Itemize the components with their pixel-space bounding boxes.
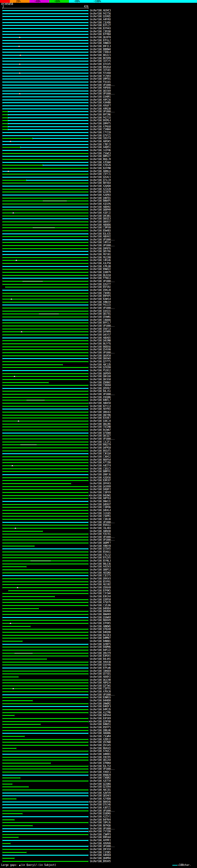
alignment-bar[interactable] xyxy=(2,55,88,56)
hit-label[interactable]: UniRef100_C3ZLB6 xyxy=(90,604,110,607)
hit-row[interactable]: UniRef100_B3S9E7 xyxy=(0,416,197,420)
hit-row[interactable]: UniRef100_Q7PXK5 xyxy=(0,622,197,625)
alignment-bar[interactable] xyxy=(2,79,88,80)
alignment-bar[interactable] xyxy=(2,474,88,475)
hit-row[interactable]: UniRef100_B4FRV4 xyxy=(0,818,197,821)
alignment-bar[interactable] xyxy=(2,727,88,728)
hit-label[interactable]: UniRef100_Q5TSD1 xyxy=(90,673,110,675)
hit-row[interactable]: UniRef100_Q54S90 xyxy=(0,348,197,351)
hit-label[interactable]: UniRef100_A9PC56 xyxy=(90,98,110,101)
hit-label[interactable]: UniRef100_B4PXA4 xyxy=(90,714,110,717)
hit-row[interactable]: UniRef100_Q7ZVX5 xyxy=(0,548,197,550)
hit-row[interactable]: UniRef100_Q84M94 xyxy=(0,857,197,860)
alignment-bar[interactable] xyxy=(2,599,88,600)
alignment-bar[interactable] xyxy=(2,548,88,549)
hit-row[interactable]: UniRef100_B2Y113 xyxy=(0,405,197,408)
hit-label[interactable]: UniRef100_C0H6E8 xyxy=(90,670,110,673)
hit-label[interactable]: UniRef100_Q84M94 xyxy=(90,857,110,860)
hit-row[interactable]: UniRef100_UP1000... xyxy=(0,238,197,241)
hit-row[interactable]: UniRef100_Q95P67 xyxy=(0,387,197,390)
alignment-bar[interactable] xyxy=(2,191,88,192)
alignment-bar[interactable] xyxy=(2,355,88,356)
hit-row[interactable]: UniRef100_B9SVV5 xyxy=(0,860,197,863)
alignment-bar[interactable] xyxy=(2,849,88,850)
alignment-bar[interactable] xyxy=(2,593,88,594)
hit-row[interactable]: UniRef100_A2Y8D0 xyxy=(0,798,197,800)
hit-row[interactable]: UniRef100_B7G2V5 xyxy=(0,556,197,559)
hit-label[interactable]: UniRef100_B7PLW6 xyxy=(90,666,110,670)
hit-label[interactable]: UniRef100_B9YCL7 xyxy=(90,321,110,324)
hit-label[interactable]: UniRef100_B0Y464 xyxy=(90,182,110,184)
hit-label[interactable]: UniRef100_A9NU19 xyxy=(90,301,110,304)
alignment-bar[interactable] xyxy=(2,831,88,832)
alignment-bar[interactable] xyxy=(2,822,88,823)
alignment-bar[interactable] xyxy=(2,680,88,680)
hit-label[interactable]: UniRef100_Q43999 xyxy=(90,485,110,488)
alignment-bar[interactable] xyxy=(2,358,88,359)
hit-row[interactable]: UniRef100_B4MCZ6 xyxy=(0,708,197,711)
hit-row[interactable]: UniRef100_A9V430 xyxy=(0,661,197,663)
hit-row[interactable]: UniRef100_A2I420 xyxy=(0,188,197,191)
hit-label[interactable]: UniRef100_C4R514 xyxy=(90,241,110,244)
alignment-bar[interactable] xyxy=(2,245,88,246)
hit-row[interactable]: UniRef100_Q00P13 xyxy=(0,568,197,571)
hit-row[interactable]: UniRef100_A0D4V2 xyxy=(0,235,197,238)
hit-label[interactable]: UniRef100_B5YP91 xyxy=(90,581,110,583)
hit-row[interactable]: UniRef100_C5LWR4 xyxy=(0,735,197,738)
alignment-bar[interactable] xyxy=(2,480,88,481)
hit-row[interactable]: UniRef100_C1BG30 xyxy=(0,518,197,521)
alignment-bar[interactable] xyxy=(8,120,88,121)
hit-label[interactable]: UniRef100_A0BVU0 xyxy=(90,530,110,533)
hit-label[interactable]: UniRef100_UP1000... xyxy=(90,538,114,541)
hit-row[interactable]: UniRef100_B9SXG4 xyxy=(0,66,197,69)
alignment-bar[interactable] xyxy=(2,58,88,59)
hit-label[interactable]: UniRef100_Q2YTT5 xyxy=(90,360,110,363)
alignment-bar[interactable] xyxy=(2,331,88,332)
hit-label[interactable]: UniRef100_C5LWR4 xyxy=(90,735,110,738)
alignment-bar[interactable] xyxy=(2,364,63,365)
hit-row[interactable]: UniRef100_B8MF91 xyxy=(0,470,197,473)
hit-row[interactable]: >UniRef100_B4G9W1 xyxy=(0,494,197,497)
hit-label[interactable]: UniRef100_B8AEV6 xyxy=(90,801,110,803)
alignment-bar[interactable] xyxy=(43,165,88,166)
hit-label[interactable]: UniRef100_B7P9K5 xyxy=(90,589,110,592)
hit-row[interactable]: UniRef100_A9NN19 xyxy=(0,42,197,45)
hit-label[interactable]: UniRef100_B7G2V5 xyxy=(90,556,110,559)
hit-row[interactable]: UniRef100_Q38CJ4 xyxy=(0,420,197,423)
hit-row[interactable]: UniRef100_Q2U9Q5 xyxy=(0,15,197,18)
alignment-bar[interactable] xyxy=(2,417,88,418)
hit-row[interactable]: UniRef100_Q1RPS8 xyxy=(0,598,197,601)
hit-row[interactable]: UniRef100_Q3SZ77 xyxy=(0,283,197,286)
hit-label[interactable]: UniRef100_C1E4D6 xyxy=(90,21,110,24)
alignment-bar[interactable] xyxy=(2,840,88,841)
alignment-bar[interactable] xyxy=(2,132,88,133)
hit-label[interactable]: UniRef100_C4JFH6 xyxy=(90,149,110,152)
hit-label[interactable]: UniRef100_A4S5V3 xyxy=(90,565,110,568)
alignment-bar[interactable] xyxy=(2,504,88,505)
hit-label[interactable]: UniRef100_B6SIL5 xyxy=(90,54,110,57)
alignment-bar[interactable] xyxy=(2,224,88,225)
alignment-bar[interactable] xyxy=(2,736,25,737)
hit-label[interactable]: UniRef100_UP1000... xyxy=(90,238,114,241)
hit-row[interactable]: UniRef100_A2ET59 xyxy=(0,780,197,782)
hit-label[interactable]: UniRef100_B6DDS6 xyxy=(90,345,110,348)
alignment-bar[interactable] xyxy=(2,334,88,335)
hit-row[interactable]: UniRef100_B8M2Z7 xyxy=(0,155,197,158)
hit-label[interactable]: UniRef100_A0CCB1 xyxy=(90,788,110,791)
hit-row[interactable]: UniRef100_B6AGG5 xyxy=(0,747,197,750)
hit-label[interactable]: UniRef100_B5FU92 xyxy=(90,286,110,288)
hit-row[interactable]: UniRef100_B4R9D4 xyxy=(0,607,197,610)
hit-row[interactable]: UniRef100_B9Q1T9 xyxy=(0,443,197,446)
hit-row[interactable]: UniRef100_A0DH92 xyxy=(0,206,197,209)
hit-row[interactable]: UniRef100_A4E5T4 xyxy=(0,464,197,467)
hit-label[interactable]: UniRef100_B9Q1T9 xyxy=(90,443,110,446)
alignment-bar[interactable] xyxy=(8,126,88,127)
hit-row[interactable]: UniRef100_B4NTL7 xyxy=(0,399,197,402)
hit-row[interactable]: UniRef100_P17093 xyxy=(0,75,197,78)
hit-label[interactable]: UniRef100_Q4FM10 xyxy=(90,446,110,449)
hit-row[interactable]: UniRef100_A2Z5Y1 xyxy=(0,815,197,818)
hit-label[interactable]: UniRef100_UP1000... xyxy=(90,324,114,327)
hit-label[interactable]: UniRef100_A2WTV9 xyxy=(90,792,110,795)
alignment-bar[interactable] xyxy=(2,61,88,62)
alignment-bar[interactable] xyxy=(2,138,33,139)
